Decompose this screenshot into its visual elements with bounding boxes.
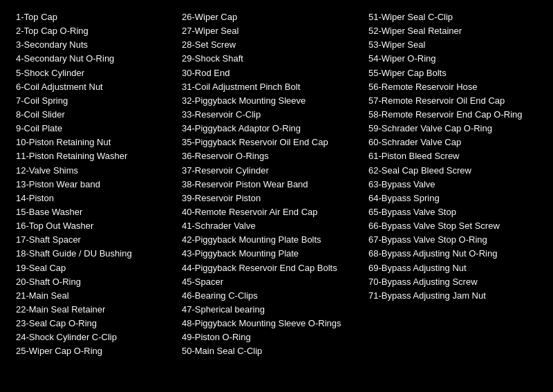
parts-list: 1-Top Cap2-Top Cap O-Ring3-Secondary Nut… [10,7,543,362]
list-item: 37-Reservoir Cylinder [182,164,357,178]
list-item: 24-Shock Cylinder C-Clip [16,330,171,344]
list-item: 7-Coil Spring [16,94,171,108]
list-item: 47-Spherical bearing [182,303,357,317]
list-item: 38-Reservoir Piston Wear Band [182,178,357,192]
list-item: 69-Bypass Adjusting Nut [368,261,537,275]
list-item: 59-Schrader Valve Cap O-Ring [368,122,537,136]
list-item: 28-Set Screw [182,38,357,52]
list-item: 45-Spacer [182,275,357,289]
list-item: 34-Piggyback Adaptor O-Ring [182,122,357,136]
list-item: 46-Bearing C-Clips [182,289,357,303]
list-item: 68-Bypass Adjusting Nut O-Ring [368,247,537,261]
list-item: 42-Piggyback Mounting Plate Bolts [182,233,357,247]
list-item: 29-Shock Shaft [182,52,357,66]
list-item: 16-Top Out Washer [16,219,171,233]
list-item: 23-Seal Cap O-Ring [16,317,171,330]
list-item: 27-Wiper Seal [182,24,357,38]
list-item: 66-Bypass Valve Stop Set Screw [368,219,537,233]
list-item: 50-Main Seal C-Clip [182,344,357,358]
column-3: 51-Wiper Seal C-Clip52-Wiper Seal Retain… [363,7,543,362]
list-item: 64-Bypass Spring [368,192,537,205]
list-item: 41-Schrader Valve [182,219,357,233]
list-item: 20-Shaft O-Ring [16,275,171,289]
list-item: 52-Wiper Seal Retainer [368,24,537,38]
list-item: 19-Seal Cap [16,261,171,275]
list-item: 67-Bypass Valve Stop O-Ring [368,233,537,247]
list-item: 11-Piston Retaining Washer [16,149,171,163]
list-item: 26-Wiper Cap [182,10,357,24]
list-item: 49-Piston O-Ring [182,330,357,344]
list-item: 65-Bypass Valve Stop [368,205,537,219]
list-item: 39-Reservoir Piston [182,192,357,205]
list-item: 8-Coil Slider [16,108,171,122]
list-item: 35-Piggyback Reservoir Oil End Cap [182,136,357,149]
list-item: 53-Wiper Seal [368,38,537,52]
list-item: 62-Seal Cap Bleed Screw [368,164,537,178]
list-item: 51-Wiper Seal C-Clip [368,10,537,24]
list-item: 17-Shaft Spacer [16,233,171,247]
column-2: 26-Wiper Cap27-Wiper Seal28-Set Screw29-… [176,7,363,362]
list-item: 5-Shock Cylinder [16,66,171,80]
list-item: 36-Reservoir O-Rings [182,149,357,163]
list-item: 13-Piston Wear band [16,178,171,192]
list-item: 33-Reservoir C-Clip [182,108,357,122]
list-item: 6-Coil Adjustment Nut [16,80,171,94]
list-item: 55-Wiper Cap Bolts [368,66,537,80]
list-item: 25-Wiper Cap O-Ring [16,344,171,358]
list-item: 32-Piggyback Mounting Sleeve [182,94,357,108]
list-item: 40-Remote Reservoir Air End Cap [182,205,357,219]
list-item: 56-Remote Reservoir Hose [368,80,537,94]
list-item: 2-Top Cap O-Ring [16,24,171,38]
list-item: 48-Piggyback Mounting Sleeve O-Rings [182,317,357,330]
list-item: 4-Secondary Nut O-Ring [16,52,171,66]
list-item: 71-Bypass Adjusting Jam Nut [368,289,537,303]
list-item: 12-Valve Shims [16,164,171,178]
list-item: 61-Piston Bleed Screw [368,149,537,163]
list-item: 1-Top Cap [16,10,171,24]
list-item: 43-Piggyback Mounting Plate [182,247,357,261]
list-item: 57-Remote Reservoir Oil End Cap [368,94,537,108]
list-item: 63-Bypass Valve [368,178,537,192]
list-item: 22-Main Seal Retainer [16,303,171,317]
column-1: 1-Top Cap2-Top Cap O-Ring3-Secondary Nut… [10,7,176,362]
list-item: 10-Piston Retaining Nut [16,136,171,149]
list-item: 18-Shaft Guide / DU Bushing [16,247,171,261]
list-item: 60-Schrader Valve Cap [368,136,537,149]
list-item: 14-Piston [16,192,171,205]
list-item: 70-Bypass Adjusting Screw [368,275,537,289]
list-item: 30-Rod End [182,66,357,80]
list-item: 21-Main Seal [16,289,171,303]
list-item: 58-Remote Reservoir End Cap O-Ring [368,108,537,122]
list-item: 9-Coil Plate [16,122,171,136]
list-item: 44-Piggyback Reservoir End Cap Bolts [182,261,357,275]
list-item: 54-Wiper O-Ring [368,52,537,66]
list-item: 31-Coil Adjustment Pinch Bolt [182,80,357,94]
list-item: 3-Secondary Nuts [16,38,171,52]
list-item: 15-Base Washer [16,205,171,219]
